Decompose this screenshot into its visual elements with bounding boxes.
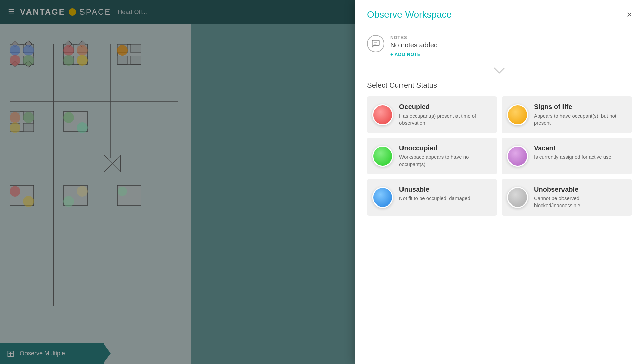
- notes-content: NOTES No notes added + ADD NOTE: [390, 35, 438, 57]
- status-info-unusable: Unusable Not fit to be occupied, damaged: [399, 186, 470, 202]
- status-info-occupied: Occupied Has occupant(s) present at time…: [399, 103, 490, 126]
- status-name-signs-of-life: Signs of life: [534, 103, 625, 111]
- status-desc-vacant: Is currently assigned for active use: [534, 153, 611, 161]
- modal-header: Observe Workspace ×: [355, 0, 644, 27]
- status-info-unobservable: Unobservable Cannot be observed, blocked…: [534, 186, 625, 209]
- status-info-signs-of-life: Signs of life Appears to have occupant(s…: [534, 103, 625, 126]
- notes-empty-text: No notes added: [390, 41, 438, 49]
- status-info-vacant: Vacant Is currently assigned for active …: [534, 144, 611, 161]
- chevron-divider: [355, 65, 644, 76]
- notes-icon: [367, 35, 384, 52]
- status-dot-signs-of-life: [507, 104, 528, 125]
- notes-row: NOTES No notes added + ADD NOTE: [367, 35, 632, 57]
- observe-workspace-modal: Observe Workspace × NOTES No notes added…: [355, 0, 644, 364]
- status-name-unobservable: Unobservable: [534, 186, 625, 193]
- status-section-title: Select Current Status: [367, 81, 632, 90]
- status-desc-signs-of-life: Appears to have occupant(s), but not pre…: [534, 112, 625, 126]
- status-dot-unusable: [372, 187, 393, 208]
- status-grid: Occupied Has occupant(s) present at time…: [367, 96, 632, 216]
- notes-label: NOTES: [390, 35, 438, 40]
- status-card-unobservable[interactable]: Unobservable Cannot be observed, blocked…: [502, 179, 632, 216]
- status-dot-unobservable: [507, 187, 528, 208]
- status-name-unoccupied: Unoccupied: [399, 144, 490, 152]
- modal-close-button[interactable]: ×: [627, 10, 632, 19]
- status-dot-occupied: [372, 104, 393, 125]
- notes-section: NOTES No notes added + ADD NOTE: [355, 27, 644, 65]
- status-card-occupied[interactable]: Occupied Has occupant(s) present at time…: [367, 96, 497, 133]
- status-desc-unobservable: Cannot be observed, blocked/inaccessible: [534, 195, 625, 209]
- status-card-vacant[interactable]: Vacant Is currently assigned for active …: [502, 138, 632, 174]
- chat-icon: [371, 39, 380, 48]
- status-card-unusable[interactable]: Unusable Not fit to be occupied, damaged: [367, 179, 497, 216]
- status-card-unoccupied[interactable]: Unoccupied Workspace appears to have no …: [367, 138, 497, 174]
- status-section: Select Current Status Occupied Has occup…: [355, 76, 644, 364]
- status-name-vacant: Vacant: [534, 144, 611, 152]
- status-desc-unusable: Not fit to be occupied, damaged: [399, 195, 470, 202]
- status-name-occupied: Occupied: [399, 103, 490, 111]
- status-card-signs-of-life[interactable]: Signs of life Appears to have occupant(s…: [502, 96, 632, 133]
- status-name-unusable: Unusable: [399, 186, 470, 193]
- modal-title: Observe Workspace: [367, 9, 452, 20]
- add-note-button[interactable]: + ADD NOTE: [390, 52, 438, 57]
- chevron-down-icon: [494, 67, 505, 74]
- status-dot-unoccupied: [372, 146, 393, 167]
- status-desc-unoccupied: Workspace appears to have no occupant(s): [399, 153, 490, 168]
- status-info-unoccupied: Unoccupied Workspace appears to have no …: [399, 144, 490, 168]
- status-desc-occupied: Has occupant(s) present at time of obser…: [399, 112, 490, 126]
- status-dot-vacant: [507, 146, 528, 167]
